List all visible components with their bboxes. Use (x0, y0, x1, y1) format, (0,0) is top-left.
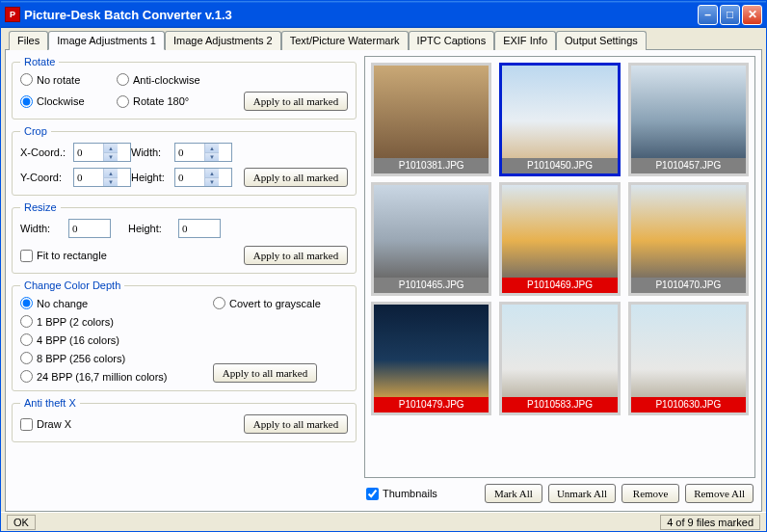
thumbnail-item[interactable]: P1010583.JPG (499, 302, 620, 415)
window-title: Picture-Desk Batch Converter v.1.3 (24, 8, 698, 22)
thumbnail-grid[interactable]: P1010381.JPGP1010450.JPGP1010457.JPGP101… (364, 56, 755, 478)
resize-w-input[interactable] (68, 219, 111, 238)
rotate-none-radio[interactable]: No rotate (20, 73, 117, 86)
remove-button[interactable]: Remove (622, 484, 679, 503)
spin-up-icon[interactable]: ▲ (204, 144, 219, 152)
thumbnail-item[interactable]: P1010470.JPG (628, 182, 749, 296)
thumbnail-image (374, 305, 489, 397)
thumbnail-filename: P1010470.JPG (631, 278, 746, 293)
depth-legend: Change Color Depth (20, 279, 124, 291)
depth-group: Change Color Depth No change 1 BPP (2 co… (12, 279, 357, 391)
thumbnail-filename: P1010381.JPG (374, 158, 489, 173)
status-marked-count: 4 of 9 files marked (660, 515, 760, 530)
crop-w-input[interactable]: ▲▼ (174, 143, 232, 162)
spin-up-icon[interactable]: ▲ (103, 144, 118, 152)
thumbnail-image (631, 305, 746, 397)
remove-all-button[interactable]: Remove All (685, 484, 754, 503)
tabs: Files Image Adjustments 1 Image Adjustme… (5, 31, 762, 50)
rotate-apply-button[interactable]: Apply to all marked (244, 92, 348, 111)
thumbnail-image (374, 185, 489, 278)
tab-watermark[interactable]: Text/Picture Watermark (281, 31, 409, 50)
resize-group: Resize Width: Height: Fit to rectangle A… (12, 201, 357, 274)
thumbnail-filename: P1010630.JPG (631, 397, 746, 412)
depth-gray-radio[interactable]: Covert to grayscale (213, 297, 348, 309)
spin-down-icon[interactable]: ▼ (103, 152, 118, 161)
thumbnail-filename: P1010469.JPG (502, 278, 617, 293)
resize-h-label: Height: (128, 223, 169, 234)
minimize-button[interactable]: – (698, 5, 718, 25)
thumbnail-image (502, 66, 617, 158)
resize-legend: Resize (20, 201, 61, 213)
depth-24bpp-radio[interactable]: 24 BPP (16,7 million colors) (20, 370, 213, 383)
resize-apply-button[interactable]: Apply to all marked (244, 246, 348, 265)
thumbnail-image (631, 66, 746, 158)
thumbnail-image (631, 185, 746, 278)
drawx-checkbox[interactable]: Draw X (20, 418, 71, 431)
thumbnail-filename: P1010583.JPG (502, 397, 617, 412)
tab-output[interactable]: Output Settings (556, 31, 647, 50)
tab-files[interactable]: Files (9, 31, 48, 50)
depth-1bpp-radio[interactable]: 1 BPP (2 colors) (20, 315, 213, 328)
spin-up-icon[interactable]: ▲ (103, 169, 118, 177)
spin-down-icon[interactable]: ▼ (204, 152, 219, 161)
crop-y-input[interactable]: ▲▼ (73, 168, 131, 187)
antitheft-group: Anti theft X Draw X Apply to all marked (12, 397, 357, 442)
tab-image-adjustments-1[interactable]: Image Adjustments 1 (48, 31, 165, 50)
crop-x-input[interactable]: ▲▼ (73, 143, 131, 162)
resize-w-label: Width: (20, 223, 59, 234)
thumbnail-item[interactable]: P1010479.JPG (371, 302, 491, 415)
thumbnails-checkbox[interactable]: Thumbnails (366, 488, 437, 500)
thumbnail-item[interactable]: P1010465.JPG (371, 182, 491, 296)
rotate-group: Rotate No rotate Anti-clockwise Clockwis… (12, 56, 357, 120)
thumbnail-image (502, 305, 617, 397)
thumbnail-filename: P1010450.JPG (502, 158, 617, 173)
thumbnail-filename: P1010479.JPG (374, 397, 489, 412)
app-icon: P (5, 7, 20, 22)
close-button[interactable]: ✕ (742, 5, 762, 25)
crop-h-input[interactable]: ▲▼ (174, 168, 232, 187)
spin-down-icon[interactable]: ▼ (103, 177, 118, 186)
crop-w-label: Width: (131, 146, 174, 158)
crop-x-label: X-Coord.: (20, 146, 73, 158)
tab-iptc[interactable]: IPTC Captions (409, 31, 495, 50)
antitheft-legend: Anti theft X (20, 397, 80, 409)
rotate-anticw-radio[interactable]: Anti-clockwise (117, 73, 232, 86)
status-ok: OK (7, 515, 36, 530)
crop-h-label: Height: (131, 172, 174, 183)
crop-y-label: Y-Coord: (20, 172, 73, 183)
depth-8bpp-radio[interactable]: 8 BPP (256 colors) (20, 352, 213, 364)
depth-nochange-radio[interactable]: No change (20, 297, 213, 309)
fit-rect-checkbox[interactable]: Fit to rectangle (20, 250, 107, 262)
depth-apply-button[interactable]: Apply to all marked (213, 363, 317, 383)
crop-legend: Crop (20, 125, 51, 137)
unmark-all-button[interactable]: Unmark All (548, 484, 616, 503)
thumbnail-item[interactable]: P1010450.JPG (499, 63, 620, 176)
depth-4bpp-radio[interactable]: 4 BPP (16 colors) (20, 333, 213, 346)
thumbnail-image (502, 185, 617, 278)
crop-apply-button[interactable]: Apply to all marked (244, 168, 348, 187)
spin-up-icon[interactable]: ▲ (204, 169, 219, 177)
tab-image-adjustments-2[interactable]: Image Adjustments 2 (165, 31, 281, 50)
rotate-cw-radio[interactable]: Clockwise (20, 95, 117, 108)
thumbnail-filename: P1010465.JPG (374, 278, 489, 293)
maximize-button[interactable]: □ (720, 5, 740, 25)
tab-exif[interactable]: EXIF Info (494, 31, 556, 50)
mark-all-button[interactable]: Mark All (485, 484, 542, 503)
thumbnail-item[interactable]: P1010630.JPG (628, 302, 749, 415)
thumbnail-item[interactable]: P1010457.JPG (628, 63, 749, 176)
thumbnail-image (374, 66, 489, 158)
antitheft-apply-button[interactable]: Apply to all marked (244, 414, 348, 434)
resize-h-input[interactable] (178, 219, 221, 238)
rotate-legend: Rotate (20, 56, 59, 67)
thumbnail-item[interactable]: P1010469.JPG (499, 182, 620, 296)
thumbnail-item[interactable]: P1010381.JPG (371, 63, 491, 176)
rotate-180-radio[interactable]: Rotate 180° (117, 95, 232, 108)
spin-down-icon[interactable]: ▼ (204, 177, 219, 186)
thumbnail-filename: P1010457.JPG (631, 158, 746, 173)
crop-group: Crop X-Coord.: ▲▼ Width: ▲▼ Y-Coord: ▲▼ … (12, 125, 357, 196)
